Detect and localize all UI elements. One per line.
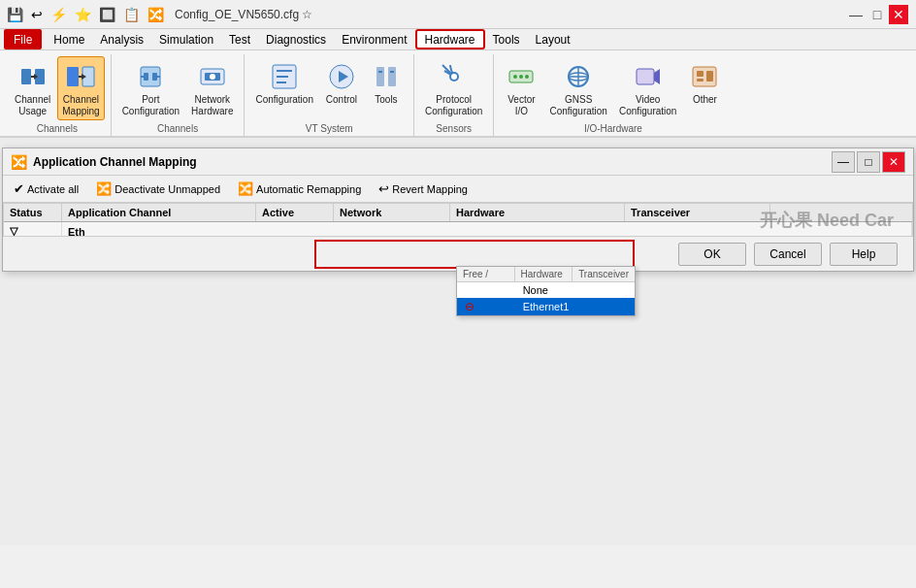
redo-icon[interactable]: ⚡ [48,6,70,23]
cancel-button[interactable]: Cancel [754,243,822,266]
title-bar: 💾 ↩ ⚡ ⭐ 🔲 📋 🔀 Config_OE_VN5650.cfg ☆ — □… [0,0,916,29]
ribbon-group-label-vtsystem: VT System [306,121,353,134]
save-icon[interactable]: 💾 [4,6,26,23]
dp-col-free: Free / [457,267,515,281]
ribbon-group-label-io-hardware: I/O-Hardware [584,121,642,134]
ribbon-group-vtsystem: Configuration Control [245,54,413,136]
ribbon-buttons-channels2: PortConfiguration NetworkHardware [117,56,239,121]
ok-button[interactable]: OK [678,243,746,266]
protocol-config-button[interactable]: ProtocolConfiguration [420,56,487,120]
activate-all-button[interactable]: ✔ Activate all [9,179,83,199]
deactivate-unmapped-button[interactable]: 🔀 Deactivate Unmapped [91,179,225,199]
svg-rect-0 [21,69,31,84]
red-minus-icon: ⊖ [465,300,474,313]
ribbon-buttons-sensors: ProtocolConfiguration [420,56,487,121]
ribbon-group-channels2: PortConfiguration NetworkHardware Channe… [112,54,245,136]
svg-rect-10 [152,73,157,81]
activate-all-icon: ✔ [14,181,24,196]
th-app-channel: Application Channel [62,204,256,221]
dialog-title-text: Application Channel Mapping [33,155,830,169]
gnss-config-icon [563,61,594,92]
revert-mapping-button[interactable]: ↩ Revert Mapping [374,179,473,199]
window-title: Config_OE_VN5650.cfg ☆ [175,8,312,21]
video-config-label: VideoConfiguration [619,94,676,117]
dialog-close-button[interactable]: ✕ [882,151,905,173]
menu-layout[interactable]: Layout [528,29,578,49]
ribbon-group-sensors: ProtocolConfiguration Sensors [414,54,494,136]
dialog-minimize-button[interactable]: — [832,151,855,173]
svg-rect-36 [637,69,654,84]
menu-hardware[interactable]: Hardware [415,29,485,49]
dropdown-option-ethernet1[interactable]: ⊖ Ethernet1 [457,298,635,315]
port-config-button[interactable]: PortConfiguration [117,56,184,120]
vector-io-button[interactable]: VectorI/O [500,56,542,120]
help-button[interactable]: Help [830,243,898,266]
svg-rect-39 [697,71,703,77]
dp-col-transceiver: Transceiver [572,267,635,281]
channel-mapping-icon [65,61,96,92]
deactivate-unmapped-label: Deactivate Unmapped [114,183,220,195]
video-config-button[interactable]: VideoConfiguration [614,56,681,120]
control-label: Control [326,94,357,106]
port-config-label: PortConfiguration [122,94,180,117]
dialog-maximize-button[interactable]: □ [857,151,880,173]
menu-simulation[interactable]: Simulation [151,29,221,49]
menu-environment[interactable]: Environment [334,29,414,49]
menu-test[interactable]: Test [221,29,258,49]
svg-rect-22 [376,67,384,86]
gnss-config-label: GNSSConfiguration [549,94,606,117]
channel-mapping-button[interactable]: ChannelMapping [57,56,104,120]
port-config-icon [135,61,166,92]
qa-star-icon[interactable]: ⭐ [72,6,94,23]
configuration-icon [269,61,300,92]
ribbon: ChannelUsage ChannelMapping Channels [0,50,916,138]
qa-extra2-icon[interactable]: 📋 [120,6,143,23]
ribbon-group-label-sensors: Sensors [436,121,472,134]
channel-usage-icon [17,61,49,92]
ribbon-buttons-channels1: ChannelUsage ChannelMapping [10,56,105,121]
maximize-button[interactable]: □ [867,5,887,24]
configuration-button[interactable]: Configuration [250,56,317,109]
menu-diagnostics[interactable]: Diagnostics [258,29,334,49]
menu-file[interactable]: File [4,29,42,49]
qa-extra3-icon[interactable]: 🔀 [145,6,167,23]
close-button[interactable]: ✕ [889,5,908,24]
menu-home[interactable]: Home [46,29,92,49]
configuration-label: Configuration [255,94,312,106]
svg-point-27 [451,74,457,80]
channel-usage-button[interactable]: ChannelUsage [10,56,55,120]
svg-marker-37 [654,69,660,84]
revert-mapping-icon: ↩ [378,181,389,196]
vector-io-icon [506,61,537,92]
network-hw-button[interactable]: NetworkHardware [186,56,238,120]
auto-remap-button[interactable]: 🔀 Automatic Remapping [233,179,366,199]
menu-bar: File Home Analysis Simulation Test Diagn… [0,29,916,50]
dialog-title-bar: 🔀 Application Channel Mapping — □ ✕ [3,148,913,176]
network-hw-icon [197,61,228,92]
th-hardware: Hardware [450,204,625,221]
ribbon-group-channels1: ChannelUsage ChannelMapping Channels [4,54,112,136]
protocol-config-icon [439,61,470,92]
undo-icon[interactable]: ↩ [28,6,46,23]
qa-extra-icon[interactable]: 🔲 [96,6,118,23]
svg-point-15 [210,74,215,80]
th-transceiver: Transceiver [625,204,770,221]
svg-rect-25 [390,71,394,73]
menu-analysis[interactable]: Analysis [92,29,151,49]
svg-rect-24 [378,71,382,73]
dropdown-option-none[interactable]: None [457,282,635,298]
channel-usage-label: ChannelUsage [15,94,50,117]
menu-tools[interactable]: Tools [485,29,528,49]
gnss-config-button[interactable]: GNSSConfiguration [544,56,611,120]
tools-vt-button[interactable]: Tools [365,56,408,109]
control-button[interactable]: Control [320,56,363,109]
ribbon-buttons-io-hardware: VectorI/O GNSSConfiguration [500,56,726,121]
minimize-button[interactable]: — [846,5,866,24]
other-label: Other [693,94,717,106]
dialog-title-icon: 🔀 [11,154,27,170]
svg-rect-9 [144,73,148,81]
other-button[interactable]: Other [683,56,726,109]
ribbon-group-io-hardware: VectorI/O GNSSConfiguration [494,54,732,136]
ribbon-group-label-channels1: Channels [37,121,78,134]
dialog-channel-mapping: 🔀 Application Channel Mapping — □ ✕ ✔ Ac… [2,147,914,272]
